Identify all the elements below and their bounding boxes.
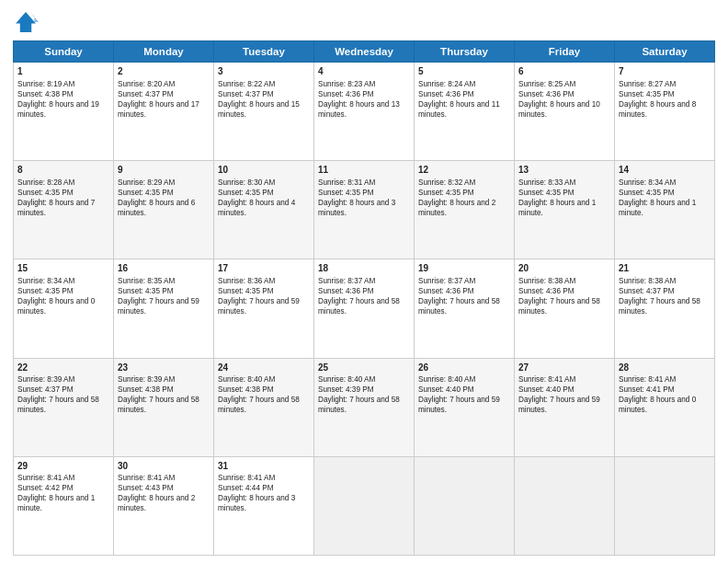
calendar-cell: 7Sunrise: 8:27 AMSunset: 4:35 PMDaylight… xyxy=(615,63,715,161)
calendar-week-4: 22Sunrise: 8:39 AMSunset: 4:37 PMDayligh… xyxy=(14,358,715,456)
header xyxy=(13,9,715,35)
sunset-label: Sunset: 4:38 PM xyxy=(17,90,74,98)
daylight-label: Daylight: 8 hours and 1 minute. xyxy=(619,199,696,217)
day-number: 19 xyxy=(418,262,510,275)
calendar-cell: 28Sunrise: 8:41 AMSunset: 4:41 PMDayligh… xyxy=(615,358,715,456)
calendar-week-5: 29Sunrise: 8:41 AMSunset: 4:42 PMDayligh… xyxy=(14,456,715,555)
calendar-cell: 1Sunrise: 8:19 AMSunset: 4:38 PMDaylight… xyxy=(14,63,114,161)
sunrise-label: Sunrise: 8:27 AM xyxy=(619,80,676,88)
sunset-label: Sunset: 4:35 PM xyxy=(118,189,174,197)
daylight-label: Daylight: 8 hours and 1 minute. xyxy=(518,199,596,217)
calendar-cell: 11Sunrise: 8:31 AMSunset: 4:35 PMDayligh… xyxy=(314,161,415,259)
calendar-cell: 30Sunrise: 8:41 AMSunset: 4:43 PMDayligh… xyxy=(114,456,214,555)
sunset-label: Sunset: 4:36 PM xyxy=(318,287,374,295)
calendar-cell: 6Sunrise: 8:25 AMSunset: 4:36 PMDaylight… xyxy=(515,63,615,161)
sunset-label: Sunset: 4:38 PM xyxy=(218,385,274,394)
sunrise-label: Sunrise: 8:38 AM xyxy=(619,277,676,285)
weekday-header-saturday: Saturday xyxy=(615,41,715,63)
sunrise-label: Sunrise: 8:41 AM xyxy=(218,474,275,482)
daylight-label: Daylight: 8 hours and 13 minutes. xyxy=(318,100,400,119)
day-number: 3 xyxy=(218,65,310,78)
sunset-label: Sunset: 4:35 PM xyxy=(17,189,74,197)
daylight-label: Daylight: 8 hours and 17 minutes. xyxy=(118,100,199,119)
calendar-cell: 12Sunrise: 8:32 AMSunset: 4:35 PMDayligh… xyxy=(415,161,515,259)
weekday-header-monday: Monday xyxy=(114,41,214,63)
sunrise-label: Sunrise: 8:25 AM xyxy=(518,80,575,88)
daylight-label: Daylight: 8 hours and 15 minutes. xyxy=(218,100,300,119)
calendar-header: SundayMondayTuesdayWednesdayThursdayFrid… xyxy=(14,41,715,63)
day-number: 21 xyxy=(619,262,711,275)
sunrise-label: Sunrise: 8:30 AM xyxy=(218,178,275,187)
day-number: 6 xyxy=(518,65,610,78)
calendar-week-3: 15Sunrise: 8:34 AMSunset: 4:35 PMDayligh… xyxy=(14,259,715,358)
calendar-cell xyxy=(515,456,615,555)
day-number: 23 xyxy=(118,362,210,374)
day-number: 27 xyxy=(518,362,610,374)
daylight-label: Daylight: 8 hours and 11 minutes. xyxy=(418,100,500,119)
day-number: 7 xyxy=(619,65,711,78)
sunrise-label: Sunrise: 8:37 AM xyxy=(418,277,475,285)
calendar-cell xyxy=(314,456,415,555)
day-number: 16 xyxy=(118,262,210,275)
sunrise-label: Sunrise: 8:24 AM xyxy=(418,80,475,88)
daylight-label: Daylight: 8 hours and 2 minutes. xyxy=(418,199,495,217)
logo xyxy=(13,9,42,35)
daylight-label: Daylight: 8 hours and 3 minutes. xyxy=(218,494,295,512)
sunset-label: Sunset: 4:35 PM xyxy=(17,287,74,295)
sunset-label: Sunset: 4:35 PM xyxy=(218,189,274,197)
daylight-label: Daylight: 7 hours and 58 minutes. xyxy=(118,396,199,414)
day-number: 22 xyxy=(17,362,109,374)
logo-icon xyxy=(13,9,39,35)
daylight-label: Daylight: 7 hours and 59 minutes. xyxy=(418,396,500,414)
sunrise-label: Sunrise: 8:33 AM xyxy=(518,178,575,187)
calendar-week-1: 1Sunrise: 8:19 AMSunset: 4:38 PMDaylight… xyxy=(14,63,715,161)
daylight-label: Daylight: 8 hours and 0 minutes. xyxy=(619,396,696,414)
daylight-label: Daylight: 8 hours and 10 minutes. xyxy=(518,100,600,119)
weekday-header-wednesday: Wednesday xyxy=(314,41,415,63)
calendar-cell xyxy=(415,456,515,555)
daylight-label: Daylight: 7 hours and 58 minutes. xyxy=(318,297,400,316)
daylight-label: Daylight: 8 hours and 4 minutes. xyxy=(218,199,295,217)
day-number: 25 xyxy=(318,362,410,374)
sunrise-label: Sunrise: 8:40 AM xyxy=(218,375,275,384)
calendar-cell: 10Sunrise: 8:30 AMSunset: 4:35 PMDayligh… xyxy=(214,161,314,259)
calendar-cell: 15Sunrise: 8:34 AMSunset: 4:35 PMDayligh… xyxy=(14,259,114,358)
sunrise-label: Sunrise: 8:31 AM xyxy=(318,178,375,187)
calendar-cell xyxy=(615,456,715,555)
sunset-label: Sunset: 4:37 PM xyxy=(218,90,274,98)
day-number: 9 xyxy=(118,164,210,177)
weekday-header-tuesday: Tuesday xyxy=(214,41,314,63)
calendar-cell: 9Sunrise: 8:29 AMSunset: 4:35 PMDaylight… xyxy=(114,161,214,259)
calendar-week-2: 8Sunrise: 8:28 AMSunset: 4:35 PMDaylight… xyxy=(14,161,715,259)
sunset-label: Sunset: 4:35 PM xyxy=(619,189,675,197)
sunset-label: Sunset: 4:37 PM xyxy=(619,287,675,295)
sunset-label: Sunset: 4:37 PM xyxy=(17,385,74,394)
day-number: 20 xyxy=(518,262,610,275)
day-number: 12 xyxy=(418,164,510,177)
sunset-label: Sunset: 4:36 PM xyxy=(318,90,374,98)
sunrise-label: Sunrise: 8:32 AM xyxy=(418,178,475,187)
sunset-label: Sunset: 4:38 PM xyxy=(118,385,174,394)
day-number: 30 xyxy=(118,460,210,473)
sunrise-label: Sunrise: 8:37 AM xyxy=(318,277,375,285)
daylight-label: Daylight: 8 hours and 1 minute. xyxy=(17,494,95,512)
daylight-label: Daylight: 8 hours and 19 minutes. xyxy=(17,100,99,119)
weekday-header-sunday: Sunday xyxy=(14,41,114,63)
calendar-cell: 18Sunrise: 8:37 AMSunset: 4:36 PMDayligh… xyxy=(314,259,415,358)
page: SundayMondayTuesdayWednesdayThursdayFrid… xyxy=(0,0,728,563)
calendar-cell: 13Sunrise: 8:33 AMSunset: 4:35 PMDayligh… xyxy=(515,161,615,259)
calendar-cell: 5Sunrise: 8:24 AMSunset: 4:36 PMDaylight… xyxy=(415,63,515,161)
weekday-header-friday: Friday xyxy=(515,41,615,63)
sunrise-label: Sunrise: 8:41 AM xyxy=(619,375,676,384)
daylight-label: Daylight: 7 hours and 58 minutes. xyxy=(418,297,500,316)
calendar-cell: 23Sunrise: 8:39 AMSunset: 4:38 PMDayligh… xyxy=(114,358,214,456)
sunset-label: Sunset: 4:36 PM xyxy=(518,90,574,98)
day-number: 31 xyxy=(218,460,310,473)
daylight-label: Daylight: 7 hours and 58 minutes. xyxy=(318,396,400,414)
day-number: 8 xyxy=(17,164,109,177)
calendar-body: 1Sunrise: 8:19 AMSunset: 4:38 PMDaylight… xyxy=(14,63,715,556)
calendar-cell: 29Sunrise: 8:41 AMSunset: 4:42 PMDayligh… xyxy=(14,456,114,555)
daylight-label: Daylight: 7 hours and 58 minutes. xyxy=(518,297,600,316)
sunset-label: Sunset: 4:35 PM xyxy=(518,189,574,197)
sunset-label: Sunset: 4:35 PM xyxy=(418,189,474,197)
